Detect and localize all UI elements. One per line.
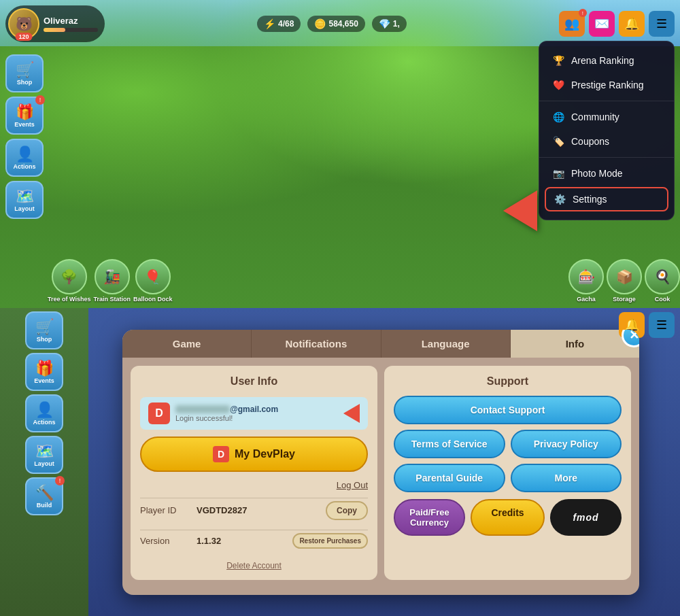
community-item[interactable]: 🌐 Community xyxy=(539,105,674,129)
version-row: Version 1.1.32 Restore Purchases xyxy=(140,530,368,551)
layout-label: Layout xyxy=(14,205,35,212)
fmod-logo: fmod xyxy=(573,512,598,523)
player-id-row: Player ID VGDTD2827 Copy xyxy=(140,498,368,523)
events-button[interactable]: 🎁 Events ! xyxy=(5,97,44,135)
email-address: @gmail.com xyxy=(175,405,335,414)
xp-fill xyxy=(44,28,65,32)
coin-icon: 🪙 xyxy=(314,18,326,29)
build-notification: ! xyxy=(55,476,65,485)
shop-icon: 🛒 xyxy=(16,61,34,79)
player-id-value: VGDTD2827 xyxy=(197,505,320,515)
balloon-label: Balloon Dock xyxy=(133,296,173,303)
delete-account-link[interactable]: Delete Account xyxy=(140,561,368,570)
login-status: Login successful! xyxy=(175,414,335,422)
actions-button-2[interactable]: 👤 Actions xyxy=(25,394,63,432)
cook-label: Cook xyxy=(655,296,670,303)
gacha-item[interactable]: 🎰 Gacha xyxy=(568,259,604,303)
mail-button[interactable]: ✉️ xyxy=(589,11,615,37)
player-avatar: 🐻 120 xyxy=(8,8,39,39)
devplay-button[interactable]: D My DevPlay xyxy=(140,437,368,472)
friends-button[interactable]: 👥 ! xyxy=(559,11,585,37)
devplay-label: My DevPlay xyxy=(235,448,295,460)
tree-of-wishes-item[interactable]: 🌳 Tree of Wishes xyxy=(48,259,90,303)
balloon-dock-item[interactable]: 🎈 Balloon Dock xyxy=(133,259,173,303)
email-text-block: @gmail.com Login successful! xyxy=(175,405,335,422)
friends-notification: ! xyxy=(579,9,587,17)
paid-free-button[interactable]: Paid/Free Currency xyxy=(394,499,465,536)
coupons-item[interactable]: 🏷️ Coupons xyxy=(539,129,674,154)
divider-2 xyxy=(539,157,674,158)
cook-icon-circle: 🍳 xyxy=(645,259,680,294)
events-label: Events xyxy=(14,121,35,128)
dropdown-menu: 🏆 Arena Ranking ❤️ Prestige Ranking 🌐 Co… xyxy=(539,41,675,220)
terms-of-service-button[interactable]: Terms of Service xyxy=(394,430,505,458)
prestige-icon: ❤️ xyxy=(553,80,564,90)
dialog-top-bar: 🔔 ☰ xyxy=(0,308,680,342)
version-value: 1.1.32 xyxy=(197,536,287,546)
gacha-icon-circle: 🎰 xyxy=(568,259,604,294)
fmod-button[interactable]: fmod xyxy=(550,499,622,536)
dialog-area: 🛒 Shop 🎁 Events 👤 Actions 🗺️ Layout 🔨 Bu… xyxy=(0,308,680,616)
contact-support-button[interactable]: Contact Support xyxy=(394,396,622,424)
layout-icon-2: 🗺️ xyxy=(35,443,54,460)
balloon-icon-circle: 🎈 xyxy=(135,259,171,294)
shop-label: Shop xyxy=(17,79,33,86)
events-label-2: Events xyxy=(34,377,54,384)
events-icon-2: 🎁 xyxy=(35,360,54,377)
train-icon-circle: 🚂 xyxy=(95,259,130,294)
alert-button[interactable]: 🔔 xyxy=(619,11,645,37)
photo-mode-item[interactable]: 📷 Photo Mode xyxy=(539,161,674,186)
bottom-toolbar: 🌳 Tree of Wishes 🚂 Train Station 🎈 Ballo… xyxy=(48,259,680,303)
arena-label: Arena Ranking xyxy=(571,55,634,66)
build-button-2[interactable]: 🔨 Build ! xyxy=(25,477,63,515)
layout-label-2: Layout xyxy=(34,460,54,467)
events-notification: ! xyxy=(35,95,45,105)
logout-button[interactable]: Log Out xyxy=(337,480,368,490)
train-station-item[interactable]: 🚂 Train Station xyxy=(93,259,131,303)
coins-stat: 🪙 584,650 xyxy=(307,16,364,32)
copy-button[interactable]: Copy xyxy=(326,501,368,520)
menu-button[interactable]: ☰ xyxy=(649,11,675,37)
blurred-email xyxy=(175,405,230,413)
tree-label: Tree of Wishes xyxy=(48,296,90,303)
actions-icon: 👤 xyxy=(16,146,34,163)
menu-button-2[interactable]: ☰ xyxy=(649,312,675,338)
actions-label-2: Actions xyxy=(33,419,55,426)
gems-stat: 💎 1, xyxy=(372,16,407,32)
cook-item[interactable]: 🍳 Cook xyxy=(645,259,680,303)
parental-guide-button[interactable]: Parental Guide xyxy=(394,464,505,492)
prestige-ranking-item[interactable]: ❤️ Prestige Ranking xyxy=(539,73,674,97)
xp-bar xyxy=(44,28,98,32)
privacy-policy-button[interactable]: Privacy Policy xyxy=(511,430,622,458)
top-hud: 🐻 120 Oliveraz ⚡ 4/68 🪙 584,650 💎 1, xyxy=(0,5,680,42)
actions-label: Actions xyxy=(13,163,35,170)
player-info: 🐻 120 Oliveraz xyxy=(5,5,105,42)
coupons-icon: 🏷️ xyxy=(553,136,564,147)
credits-button[interactable]: Credits xyxy=(471,499,545,536)
more-button[interactable]: More xyxy=(511,464,622,492)
build-icon-2: 🔨 xyxy=(35,484,54,502)
storage-icon-circle: 📦 xyxy=(607,259,642,294)
user-info-panel: User Info D @gmail.com Login successful! xyxy=(131,366,377,580)
settings-item[interactable]: ⚙️ Settings xyxy=(545,187,668,211)
settings-arrow xyxy=(503,190,537,231)
arena-ranking-item[interactable]: 🏆 Arena Ranking xyxy=(539,48,674,73)
energy-stat: ⚡ 4/68 xyxy=(257,16,301,32)
game-area: 🐻 120 Oliveraz ⚡ 4/68 🪙 584,650 💎 1, xyxy=(0,0,680,308)
shop-button[interactable]: 🛒 Shop xyxy=(5,54,44,92)
events-button-2[interactable]: 🎁 Events xyxy=(25,353,63,391)
storage-item[interactable]: 📦 Storage xyxy=(607,259,642,303)
storage-label: Storage xyxy=(613,296,636,303)
email-row: D @gmail.com Login successful! xyxy=(140,397,368,430)
tree-icon-circle: 🌳 xyxy=(52,259,87,294)
photo-label: Photo Mode xyxy=(571,168,623,179)
layout-button-2[interactable]: 🗺️ Layout xyxy=(25,436,63,474)
train-label: Train Station xyxy=(93,296,131,303)
hud-center: ⚡ 4/68 🪙 584,650 💎 1, xyxy=(257,16,407,32)
layout-button[interactable]: 🗺️ Layout xyxy=(5,181,44,219)
arrow-shape-small xyxy=(343,404,360,423)
bottom-support-row: Paid/Free Currency Credits fmod xyxy=(394,499,622,536)
restore-purchases-button[interactable]: Restore Purchases xyxy=(292,533,368,549)
actions-button[interactable]: 👤 Actions xyxy=(5,139,44,177)
player-name: Oliveraz xyxy=(44,16,98,26)
